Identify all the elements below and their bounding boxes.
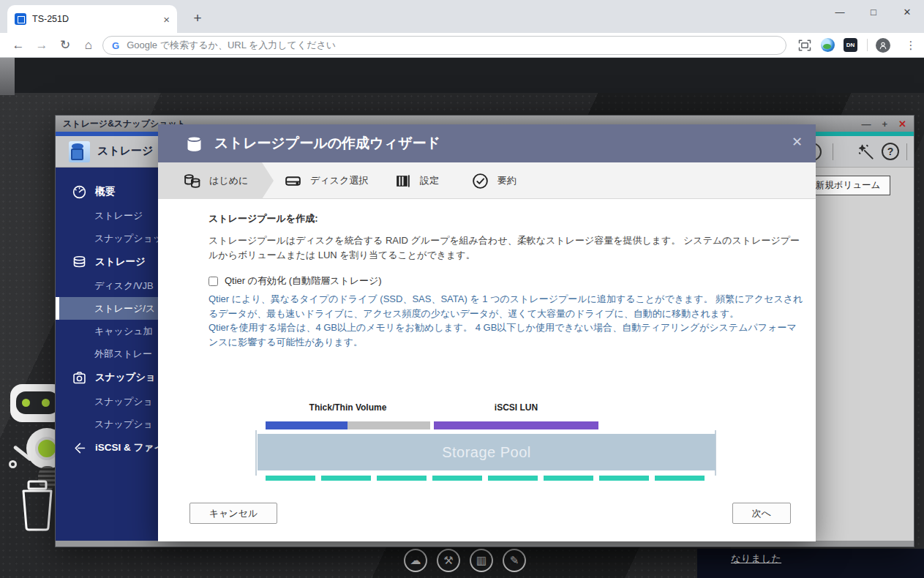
url-input[interactable]: G Google で検索するか、URL を入力してください [102,36,786,55]
sidebar-item-disks-vjbod[interactable]: ディスク/VJB [56,274,162,297]
app-minimize-button[interactable]: — [862,119,871,130]
check-circle-icon [471,172,489,190]
sidebar: 概要 ストレージ スナップショッ ストレージ ディスク/VJB ストレージ/ス … [56,168,162,542]
lun-diagram-label: iSCSI LUN [434,402,598,413]
sidebar-label: スナップショ [94,395,153,408]
browser-extension-dn-icon[interactable]: DN [844,38,857,52]
screenshot-frame-icon[interactable] [797,38,812,53]
sidebar-section-iscsi[interactable]: iSCSI & ファイ [56,435,162,460]
sidebar-item-snapshot-overview[interactable]: スナップショッ [56,227,162,249]
disk-segment [544,476,593,481]
step-disk-selection: ディスク選択 [284,162,368,199]
sidebar-item-snapshots-1[interactable]: スナップショ [56,390,162,413]
window-minimize-button[interactable]: — [823,0,857,28]
dialog-intro-text: ストレージプールはディスクを統合する RAID グループを組み合わせ、柔軟なスト… [209,233,803,262]
qtier-checkbox-label[interactable]: Qtier の有効化 (自動階層ストレージ) [225,274,382,288]
sidebar-section-snapshots[interactable]: スナップショ [56,365,162,390]
step-configure: 設定 [394,162,439,199]
url-placeholder: Google で検索するか、URL を入力してください [127,39,336,52]
sidebar-label: ストレージ/ス [94,302,155,315]
back-icon[interactable]: ← [7,33,29,57]
dialog-header: ストレージプールの作成ウィザード ✕ [158,124,816,162]
app-header-title: ストレージ [97,144,153,158]
notification-text[interactable]: なりました [731,552,781,566]
hybrid-cloud-icon[interactable]: ☁ [404,549,427,572]
disk-segment [432,476,482,481]
sidebar-label: スナップショ [94,418,153,431]
new-volume-button[interactable]: 新規ボリューム [805,176,890,195]
volume-bar-free [348,421,430,429]
disks-icon [72,255,87,270]
browser-addressbar: ← → ↻ ⌂ G Google で検索するか、URL を入力してください DN… [0,33,924,58]
cylinders-icon [183,172,201,190]
sidebar-label: 概要 [95,185,115,198]
help-icon[interactable]: ? [882,143,899,160]
window-maximize-button[interactable]: □ [857,0,890,28]
qtier-option: Qtier の有効化 (自動階層ストレージ) [209,274,382,288]
sidebar-item-external-storage[interactable]: 外部ストレー [56,342,162,365]
divider [833,143,833,160]
qtier-description: Qtier により、異なるタイプのドライブ (SSD、SAS、SATA) を 1… [209,292,804,349]
sidebar-item-cache-acceleration[interactable]: キャッシュ加 [56,320,162,342]
browser-extension-globe-icon[interactable] [821,38,835,52]
background-window-fragment [0,58,15,95]
sidebar-label: ストレージ [94,209,143,222]
app-close-button[interactable]: ✕ [898,119,906,130]
sidebar-label: 外部ストレー [94,348,152,361]
lun-bar [434,421,598,429]
sidebar-item-storage-overview[interactable]: ストレージ [56,204,162,227]
notification-toast[interactable]: なりました [697,549,924,578]
library-icon[interactable]: ▥ [470,549,493,572]
qnap-toolbar: ストレージ&... ✕ 1 admin ▾ ⋮ [0,58,924,93]
sidebar-label: ディスク/VJB [94,279,154,293]
step-label: ディスク選択 [310,174,368,187]
screen: TS-251D × + — □ ✕ ← → ↻ ⌂ G Google で検索する… [0,0,924,578]
next-button[interactable]: 次へ [732,503,791,524]
step-label: 要約 [497,174,517,187]
snapshot-icon [72,370,87,386]
storage-pool-box: Storage Pool [258,434,715,470]
window-close-button[interactable]: ✕ [890,0,924,28]
step-introduction: はじめに [183,162,248,199]
cancel-button[interactable]: キャンセル [189,503,277,524]
reload-icon[interactable]: ↻ [54,33,76,57]
new-tab-button[interactable]: + [187,8,208,29]
storage-pool-wizard-dialog: ストレージプールの作成ウィザード ✕ はじめに ディスク選択 設定 要約 ストレ… [158,124,816,541]
browser-tabstrip: TS-251D × + — □ ✕ [0,0,924,33]
dialog-heading: ストレージプールを作成: [209,212,318,225]
step-label: 設定 [420,174,439,187]
notes-icon[interactable]: ✎ [503,549,526,572]
storage-pool-label: Storage Pool [442,444,531,461]
app-maximize-button[interactable]: + [882,119,888,130]
sidebar-section-storage[interactable]: ストレージ [56,249,162,274]
tab-close-icon[interactable]: × [163,13,170,26]
sidebar-item-storage-snapshots[interactable]: ストレージ/ス [56,297,162,320]
app-window-controls: — + ✕ [862,116,907,132]
volume-diagram-label: Thick/Thin Volume [266,402,430,413]
qtier-checkbox[interactable] [209,277,218,286]
tab-title: TS-251D [32,14,157,24]
dialog-close-icon[interactable]: ✕ [792,134,803,150]
sidebar-label: キャッシュ加 [94,325,153,338]
sidebar-label: ストレージ [95,255,146,269]
pool-bracket-left [255,430,257,476]
browser-tab[interactable]: TS-251D × [7,5,177,33]
sidebar-item-overview[interactable]: 概要 [56,179,162,204]
home-icon[interactable]: ⌂ [78,33,99,57]
sidebar-label: スナップショッ [94,232,162,245]
browser-menu-icon[interactable]: ⋮ [900,33,922,57]
browser-profile-avatar[interactable] [876,38,890,53]
drive-icon [284,172,302,190]
disk-segment [599,476,649,481]
disk-segment [321,476,371,481]
recycle-bin-icon[interactable] [18,479,57,532]
desktop-dock: ☁ ⚒ ▥ ✎ [404,549,526,572]
wizard-wand-icon[interactable] [857,143,876,162]
tools-icon[interactable]: ⚒ [437,549,460,572]
storage-pool-icon [184,134,204,154]
sidebar-item-snapshots-2[interactable]: スナップショ [56,413,162,435]
person-icon [878,40,888,50]
divider [867,39,868,51]
forward-icon[interactable]: → [31,33,53,57]
disk-segment [377,476,427,481]
